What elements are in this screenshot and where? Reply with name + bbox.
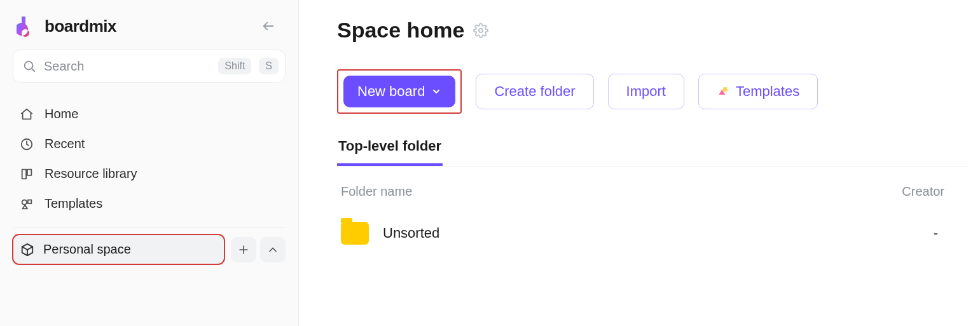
space-actions (231, 237, 286, 262)
space-row: Personal space (13, 234, 286, 264)
nav-home-label: Home (45, 107, 78, 121)
personal-space-label: Personal space (43, 242, 131, 257)
templates-button[interactable]: Templates (698, 74, 818, 109)
table-head: Folder name Creator (337, 184, 967, 199)
svg-point-5 (479, 29, 483, 32)
svg-point-0 (25, 62, 33, 70)
action-row: New board Create folder Import Templates (337, 69, 967, 114)
tab-top-level-folder[interactable]: Top-level folder (337, 132, 443, 166)
main: Space home New board Create folder Impor… (299, 0, 980, 326)
search-input[interactable] (44, 59, 210, 74)
brand-logo-icon (17, 15, 38, 37)
sidebar-divider (13, 228, 286, 228)
collapse-sidebar-icon[interactable] (258, 15, 279, 37)
table-row[interactable]: Unsorted - (337, 222, 967, 245)
templates-color-icon (717, 85, 729, 98)
nav-home[interactable]: Home (13, 99, 286, 129)
search-icon (22, 59, 36, 73)
tabbar: Top-level folder (337, 132, 967, 166)
new-board-button[interactable]: New board (343, 76, 455, 107)
svg-rect-3 (27, 169, 31, 175)
svg-rect-7 (723, 87, 728, 92)
nav-resource-label: Resource library (45, 166, 137, 181)
brand[interactable]: boardmix (17, 15, 116, 37)
row-left: Unsorted (341, 222, 439, 245)
svg-point-4 (22, 200, 27, 204)
gear-icon[interactable] (473, 23, 488, 38)
svg-rect-2 (22, 169, 26, 179)
nav-recent[interactable]: Recent (13, 129, 286, 159)
col-creator: Creator (902, 184, 963, 199)
personal-space-item[interactable]: Personal space (13, 234, 224, 264)
import-label: Import (626, 83, 666, 100)
nav-resource-library[interactable]: Resource library (13, 159, 286, 189)
brand-name: boardmix (45, 17, 116, 36)
row-name: Unsorted (383, 225, 439, 241)
search-input-container[interactable]: Shift S (13, 50, 286, 83)
shortcut-key-shift: Shift (218, 58, 251, 74)
clock-icon (19, 137, 34, 151)
folder-icon (341, 222, 369, 245)
import-button[interactable]: Import (608, 74, 684, 109)
chevron-down-icon (431, 86, 441, 97)
create-folder-button[interactable]: Create folder (476, 74, 593, 109)
nav-templates[interactable]: Templates (13, 189, 286, 219)
collapse-space-button[interactable] (260, 237, 286, 262)
new-board-label: New board (357, 83, 425, 100)
library-icon (19, 167, 34, 181)
nav-templates-label: Templates (45, 196, 102, 211)
add-space-button[interactable] (231, 237, 256, 262)
templates-button-label: Templates (736, 83, 799, 100)
brand-row: boardmix (13, 13, 286, 46)
home-icon (19, 107, 34, 121)
cube-icon (20, 243, 34, 257)
page-title-row: Space home (337, 18, 967, 43)
new-board-highlight: New board (337, 69, 462, 114)
row-creator: - (934, 225, 963, 241)
tab-top-level-label: Top-level folder (338, 138, 441, 154)
nav: Home Recent Resource library Templates (13, 99, 286, 219)
page-title: Space home (337, 18, 464, 43)
create-folder-label: Create folder (494, 83, 575, 100)
templates-icon (19, 197, 34, 211)
col-folder-name: Folder name (341, 184, 412, 199)
sidebar: boardmix Shift S Home Recent (0, 0, 299, 326)
nav-recent-label: Recent (45, 137, 85, 151)
shortcut-key-s: S (259, 58, 279, 74)
